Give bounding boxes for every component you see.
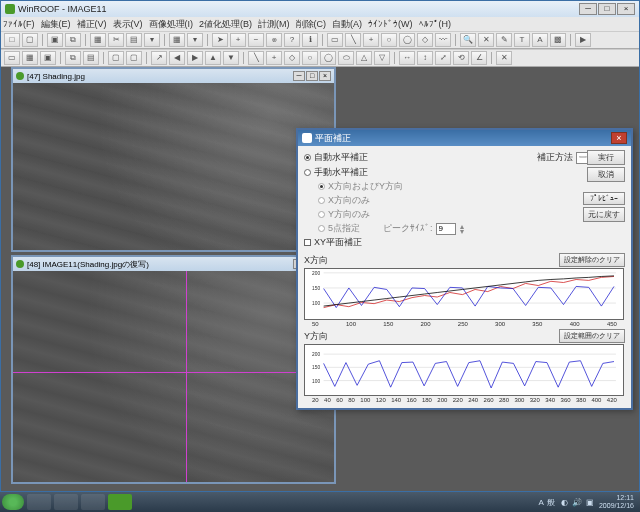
tool-drop[interactable]: ▾ [144, 33, 160, 47]
reset-button[interactable]: 元に戻す [583, 207, 625, 222]
menu-correct[interactable]: 補正(V) [77, 18, 107, 31]
menu-help[interactable]: ﾍﾙﾌﾟ(H) [419, 19, 452, 29]
tool2-down[interactable]: ▼ [223, 51, 239, 65]
tool-text[interactable]: T [514, 33, 530, 47]
tool-ellipse[interactable]: ◯ [399, 33, 415, 47]
start-button[interactable] [2, 494, 24, 510]
child2-titlebar[interactable]: [48] IMAGE11(Shading.jpgの復写) ─ □ × [13, 257, 334, 271]
tool-eye[interactable]: ๏ [266, 33, 282, 47]
tool2-c5[interactable]: ▽ [374, 51, 390, 65]
menu-file[interactable]: ﾌｧｲﾙ(F) [3, 19, 35, 29]
sub-radio-xy[interactable] [318, 183, 325, 190]
tool2-right[interactable]: ▶ [187, 51, 203, 65]
radio-auto[interactable] [304, 154, 311, 161]
cancel-button[interactable]: 取消 [587, 167, 625, 182]
tool2-m1[interactable]: ↔ [399, 51, 415, 65]
tool2-dup[interactable]: ▤ [83, 51, 99, 65]
menu-measure[interactable]: 計測(M) [258, 18, 290, 31]
minimize-button[interactable]: ─ [579, 3, 597, 15]
task-folder[interactable] [54, 494, 78, 510]
child1-min[interactable]: ─ [293, 71, 305, 81]
child1-max[interactable]: □ [306, 71, 318, 81]
tool2-m5[interactable]: ∠ [471, 51, 487, 65]
menu-image[interactable]: 画像処理(I) [149, 18, 194, 31]
sub-radio-x[interactable] [318, 197, 325, 204]
tool2-sel[interactable]: ▣ [40, 51, 56, 65]
tool-open[interactable]: ▢ [22, 33, 38, 47]
tool-free[interactable]: 〰 [435, 33, 451, 47]
tool2-rect[interactable]: ▭ [4, 51, 20, 65]
tool2-m4[interactable]: ⟲ [453, 51, 469, 65]
tool-circle[interactable]: ○ [381, 33, 397, 47]
close-button[interactable]: × [617, 3, 635, 15]
child2-image[interactable] [13, 271, 334, 482]
checkbox-xy[interactable] [304, 239, 311, 246]
tool-pen[interactable]: ✎ [496, 33, 512, 47]
tool-copy[interactable]: ⧉ [65, 33, 81, 47]
tool-info[interactable]: ℹ [302, 33, 318, 47]
tool-cut[interactable]: ✂ [108, 33, 124, 47]
tool-grid[interactable]: ▦ [169, 33, 185, 47]
task-winroof[interactable] [108, 494, 132, 510]
tray-icons[interactable]: ◐ 🔊 ▣ [561, 498, 595, 507]
tool-arrow[interactable]: ➤ [212, 33, 228, 47]
menu-delete[interactable]: 削除(C) [296, 18, 327, 31]
task-media[interactable] [81, 494, 105, 510]
menu-auto[interactable]: 自動(A) [332, 18, 362, 31]
tool-rect[interactable]: ▭ [327, 33, 343, 47]
tool2-all[interactable]: ▦ [22, 51, 38, 65]
menu-view[interactable]: 表示(V) [113, 18, 143, 31]
tool2-shape[interactable]: ◇ [284, 51, 300, 65]
menu-edit[interactable]: 編集(E) [41, 18, 71, 31]
sub-radio-5pt[interactable] [318, 225, 325, 232]
tool-zoom[interactable]: 🔍 [460, 33, 476, 47]
peak-input[interactable] [436, 223, 456, 235]
tool-print[interactable]: ▦ [90, 33, 106, 47]
tool-drop2[interactable]: ▾ [187, 33, 203, 47]
clear-x-button[interactable]: 設定解除のクリア [559, 253, 625, 267]
tool-save[interactable]: ▣ [47, 33, 63, 47]
tool2-line[interactable]: ╲ [248, 51, 264, 65]
tool-plus[interactable]: + [230, 33, 246, 47]
tool2-left[interactable]: ◀ [169, 51, 185, 65]
tool2-copy[interactable]: ⧉ [65, 51, 81, 65]
tray-ime[interactable]: A 般 [538, 497, 556, 508]
tool-erase[interactable]: ✕ [478, 33, 494, 47]
tool2-c2[interactable]: ◯ [320, 51, 336, 65]
maximize-button[interactable]: □ [598, 3, 616, 15]
preview-button[interactable]: ﾌﾟﾚﾋﾞｭｰ [583, 192, 625, 205]
child1-titlebar[interactable]: [47] Shading.jpg ─ □ × [13, 69, 334, 83]
clock[interactable]: 12:11 2009/12/16 [599, 494, 634, 510]
menu-binarize[interactable]: 2値化処理(B) [199, 18, 252, 31]
tool-paste[interactable]: ▤ [126, 33, 142, 47]
tool2-b[interactable]: ▢ [126, 51, 142, 65]
tool-tog[interactable]: ▩ [550, 33, 566, 47]
dialog-titlebar[interactable]: 平面補正 × [298, 130, 631, 146]
spinner-down-icon[interactable]: ▾ [460, 229, 464, 234]
radio-manual[interactable] [304, 169, 311, 176]
tool-help[interactable]: ? [284, 33, 300, 47]
tool-new[interactable]: □ [4, 33, 20, 47]
tool2-x[interactable]: ✕ [496, 51, 512, 65]
tool-line[interactable]: ╲ [345, 33, 361, 47]
tool2-a[interactable]: ▢ [108, 51, 124, 65]
dialog-close-button[interactable]: × [611, 132, 627, 144]
tool2-c3[interactable]: ⬭ [338, 51, 354, 65]
run-button[interactable]: 実行 [587, 150, 625, 165]
tool2-up[interactable]: ▲ [205, 51, 221, 65]
sub-radio-y[interactable] [318, 211, 325, 218]
tool2-plus[interactable]: + [266, 51, 282, 65]
tool2-circ[interactable]: ○ [302, 51, 318, 65]
clear-y-button[interactable]: 設定範囲のクリア [559, 329, 625, 343]
tool2-c4[interactable]: △ [356, 51, 372, 65]
menu-window[interactable]: ｳｲﾝﾄﾞｳ(W) [368, 19, 413, 29]
tool-poly[interactable]: ◇ [417, 33, 433, 47]
tool2-m3[interactable]: ⤢ [435, 51, 451, 65]
tool2-arrow[interactable]: ↗ [151, 51, 167, 65]
task-explorer[interactable] [27, 494, 51, 510]
tool-abc[interactable]: A [532, 33, 548, 47]
child1-image[interactable] [13, 83, 334, 250]
tool-last[interactable]: ▶ [575, 33, 591, 47]
tool2-m2[interactable]: ↕ [417, 51, 433, 65]
tool-add[interactable]: + [363, 33, 379, 47]
